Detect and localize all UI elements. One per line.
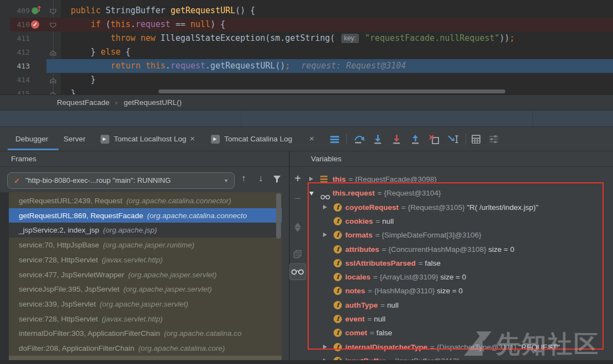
variable-text: formats= {SimpleDateFormat[3]@3106} xyxy=(345,228,481,242)
variable-row[interactable]: this.request= {Request@3104} xyxy=(307,186,613,200)
variable-row[interactable]: cookies= null xyxy=(307,214,613,228)
variable-ref: {ArrayList@3109} xyxy=(379,273,440,281)
variable-row[interactable]: notes= {HashMap@3110} size = 0 xyxy=(307,284,613,298)
show-watches-toggle[interactable] xyxy=(289,263,306,280)
frame-row[interactable]: service:339, JspServlet(org.apache.jaspe… xyxy=(9,297,282,312)
run-to-cursor-icon[interactable] xyxy=(447,134,459,146)
variable-row[interactable]: inputBuffer= {InputBuffer@3112} xyxy=(307,354,613,360)
breadcrumb-method[interactable]: getRequestURL() xyxy=(124,95,182,110)
code-token: request xyxy=(171,61,205,71)
tab-tomcat-catalina-log[interactable]: Tomcat Catalina Log xyxy=(224,127,292,151)
variable-val: "REQUEST" xyxy=(519,343,560,351)
step-over-icon[interactable] xyxy=(353,134,366,146)
frame-row[interactable]: getRequestURL:869, RequestFacade(org.apa… xyxy=(9,208,282,223)
frame-move-up-icon[interactable] xyxy=(241,173,246,183)
frame-row[interactable]: service:728, HttpServlet(javax.servlet.h… xyxy=(9,312,282,326)
drop-frame-icon[interactable] xyxy=(428,134,440,146)
close-icon[interactable] xyxy=(309,127,314,151)
code-token: null xyxy=(191,19,210,29)
frame-location: getRequestURL:869, RequestFacade xyxy=(19,212,143,220)
fold-marker-icon[interactable] xyxy=(50,7,56,17)
duplicate-watch-icon[interactable] xyxy=(292,250,304,262)
collapsed-arrow-icon[interactable] xyxy=(323,345,327,349)
code-token: this xyxy=(145,61,165,71)
variable-val: false xyxy=(376,329,392,337)
variable-row[interactable]: attributes= {ConcurrentHashMap@3108} siz… xyxy=(307,242,613,256)
variable-row[interactable]: authType= null xyxy=(307,298,613,312)
fold-marker-icon[interactable] xyxy=(50,49,56,59)
move-watch-down-icon[interactable] xyxy=(292,232,304,244)
frame-row[interactable]: service:70, HttpJspBase(org.apache.jaspe… xyxy=(9,238,282,252)
show-execution-point-icon[interactable] xyxy=(329,134,341,146)
frame-row[interactable]: getRequestURL:2439, Request(org.apache.c… xyxy=(9,193,282,208)
code-token: { xyxy=(125,47,130,57)
variable-text: inputBuffer= {InputBuffer@3112} xyxy=(345,354,459,360)
variable-row[interactable]: this= {RequestFacade@3098} xyxy=(307,172,613,186)
fold-marker-icon[interactable] xyxy=(50,90,56,94)
editor-horizontal-scrollbar[interactable] xyxy=(158,89,505,93)
collapsed-arrow-icon[interactable] xyxy=(309,177,313,181)
field-icon xyxy=(334,217,342,225)
frame-row[interactable]: internalDoFilter:303, ApplicationFilterC… xyxy=(9,326,282,341)
evaluate-expression-icon[interactable] xyxy=(471,134,483,146)
variable-val: size = 0 xyxy=(440,273,466,281)
frame-row[interactable]: doFilter:208, ApplicationFilterChain(org… xyxy=(9,341,282,356)
code-token: . xyxy=(166,61,171,71)
collapsed-arrow-icon[interactable] xyxy=(323,233,327,237)
code-editor[interactable]: 409public StringBuffer getRequestURL() {… xyxy=(0,0,613,94)
fold-marker-icon[interactable] xyxy=(50,76,56,86)
force-step-into-icon[interactable] xyxy=(391,134,403,146)
fold-marker-icon[interactable] xyxy=(50,21,56,31)
method-breakpoint-icon[interactable] xyxy=(31,6,43,15)
code-token: request xyxy=(135,19,175,29)
variables-tree[interactable]: this= {RequestFacade@3098}this.request= … xyxy=(307,167,613,360)
frames-scrollbar[interactable] xyxy=(276,193,281,239)
code-token: else xyxy=(101,47,125,57)
variable-eq: = xyxy=(419,259,425,267)
tab-debugger[interactable]: Debugger xyxy=(15,127,48,151)
frames-list[interactable]: getRequestURL:2439, Request(org.apache.c… xyxy=(0,192,282,364)
variable-row[interactable]: coyoteRequest= {Request@3105} "R( /urlte… xyxy=(307,201,613,214)
frame-package: (org.apache.catalina.connecto xyxy=(147,212,247,220)
variable-row[interactable]: comet= false xyxy=(307,326,613,340)
remove-watch-icon[interactable] xyxy=(292,192,304,204)
variable-row[interactable]: sslAttributesParsed= false xyxy=(307,256,613,270)
frame-row[interactable]: _jspService:2, index_jsp(org.apache.jsp) xyxy=(9,223,282,238)
breakpoint-verified-icon[interactable] xyxy=(31,20,40,29)
frame-row[interactable]: service:477, JspServletWrapper(org.apach… xyxy=(9,267,282,282)
variable-row[interactable]: locales= {ArrayList@3109} size = 0 xyxy=(307,270,613,284)
close-icon[interactable] xyxy=(190,127,195,151)
collapsed-arrow-icon[interactable] xyxy=(323,205,327,209)
panel-headers-row: Frames Variables xyxy=(0,151,613,167)
tab-tomcat-localhost-log[interactable]: Tomcat Localhost Log xyxy=(114,127,186,151)
move-watch-up-icon[interactable] xyxy=(292,213,304,225)
frame-package: (org.apache.jasper.servlet) xyxy=(123,285,212,293)
hide-library-frames-filter-icon[interactable] xyxy=(273,175,281,186)
code-token: new xyxy=(140,33,160,43)
tab-server[interactable]: Server xyxy=(64,127,86,151)
code-token: StringBuffer xyxy=(105,6,170,15)
expanded-arrow-icon[interactable] xyxy=(309,192,314,196)
variable-val: size = 0 xyxy=(488,245,514,254)
variable-text: authType= null xyxy=(345,298,399,312)
add-watch-icon[interactable] xyxy=(292,172,304,184)
variable-row[interactable]: event= null xyxy=(307,312,613,326)
variable-row[interactable]: internalDispatcherType= {DispatcherType@… xyxy=(307,340,613,354)
step-into-icon[interactable] xyxy=(372,134,384,146)
trace-settings-icon[interactable] xyxy=(488,134,500,146)
frame-row[interactable]: service:728, HttpServlet(javax.servlet.h… xyxy=(9,252,282,267)
frame-location: service:728, HttpServlet xyxy=(19,315,98,323)
parameter-hint-chip: key: xyxy=(341,34,359,43)
value-icon xyxy=(320,176,327,183)
frame-row[interactable]: serviceJspFile:395, JspServlet(org.apach… xyxy=(9,282,282,297)
field-icon xyxy=(334,343,342,351)
step-out-icon[interactable] xyxy=(410,134,422,146)
breadcrumb-class[interactable]: RequestFacade xyxy=(57,95,109,110)
variable-text: this= {RequestFacade@3098} xyxy=(332,172,437,186)
variable-row[interactable]: formats= {SimpleDateFormat[3]@3106} xyxy=(307,228,613,242)
thread-selector-dropdown[interactable]: "http-bio-8080-exec-...roup "main": RUNN… xyxy=(7,172,235,189)
frame-move-down-icon[interactable] xyxy=(258,173,263,183)
panel-separator xyxy=(289,151,290,360)
frame-location: doFilter:208, ApplicationFilterChain xyxy=(19,344,134,352)
field-icon xyxy=(334,259,342,267)
